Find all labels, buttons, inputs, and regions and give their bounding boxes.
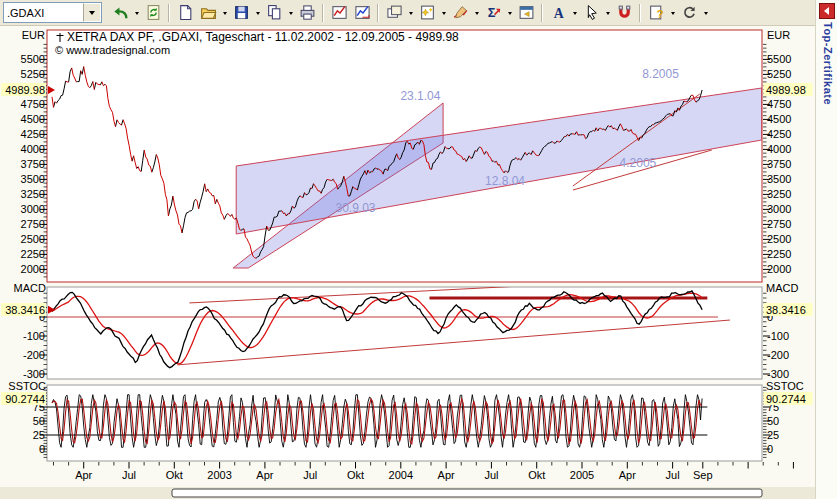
y-tick-label: -300 (23, 368, 45, 380)
svg-text:?: ? (656, 7, 663, 20)
copy-pages-icon (266, 4, 283, 21)
panel-label-macd-right: MACD (766, 282, 798, 294)
x-tick-label: Jul (303, 469, 317, 481)
new-indicator-button[interactable] (416, 2, 438, 23)
copy-button[interactable] (263, 2, 285, 23)
text-tool-button[interactable]: A (547, 2, 569, 23)
y-tick-label: -100 (767, 330, 789, 342)
indicator-dropdown-arrow-icon[interactable] (439, 2, 448, 23)
note-question-icon: ? (648, 4, 665, 21)
h-scrollbar-thumb[interactable] (172, 489, 762, 497)
text-dropdown-arrow-icon[interactable] (570, 2, 579, 23)
y-tick-label: 50 (767, 415, 779, 427)
rotate-refresh-icon (681, 4, 698, 21)
x-tick-label: Apr (619, 469, 636, 481)
new-chart-button[interactable] (174, 2, 196, 23)
unit-label-eur-right: EUR (767, 29, 790, 41)
x-tick-label: Sep (693, 469, 713, 481)
chart-tool-blue-button[interactable] (351, 2, 373, 23)
combobox-dropdown-icon[interactable] (83, 3, 101, 22)
y-tick-label: 2000 (21, 263, 45, 275)
new-page-icon (177, 4, 194, 21)
refresh-button[interactable] (678, 2, 700, 23)
save-button[interactable] (230, 2, 252, 23)
y-tick-label: 3250 (21, 188, 45, 200)
properties-button[interactable] (515, 2, 537, 23)
y-tick-label: 4000 (767, 143, 791, 155)
copy-dropdown-arrow-icon[interactable] (286, 2, 295, 23)
toolbar-separator (168, 4, 170, 22)
panel-label-sstoc-left: SSTOC (8, 380, 46, 392)
watermark: © www.tradesignal.com (55, 44, 170, 56)
open-dropdown-arrow-icon[interactable] (220, 2, 229, 23)
magnet-icon (616, 4, 633, 21)
date-annotation: 8.2005 (642, 67, 679, 81)
toolbar-separator (377, 4, 379, 22)
panel-label-macd-left: MACD (14, 282, 46, 294)
y-tick-label: 4250 (767, 128, 791, 140)
pointer-tool-button[interactable] (580, 2, 602, 23)
sparkle-indicator-icon (419, 4, 436, 21)
main-toolbar: .GDAXI (0, 0, 815, 26)
draw-tools-button[interactable] (449, 2, 471, 23)
undo-button[interactable] (109, 2, 131, 23)
formula-button[interactable]: Σ (482, 2, 504, 23)
refresh-data-button[interactable] (142, 2, 164, 23)
draw-dropdown-arrow-icon[interactable] (472, 2, 481, 23)
date-annotation: 4.2005 (620, 156, 657, 170)
y-tick-label: 2250 (21, 248, 45, 260)
printer-icon (299, 4, 316, 21)
snap-magnet-button[interactable] (613, 2, 635, 23)
x-tick-label: 2004 (389, 469, 413, 481)
help-notes-button[interactable]: ? (645, 2, 667, 23)
y-tick-label: 3500 (767, 173, 791, 185)
chart-tool-red-button[interactable] (328, 2, 350, 23)
y-tick-label: 5500 (767, 53, 791, 65)
y-tick-label: 3000 (767, 203, 791, 215)
x-tick-label: Jul (484, 469, 498, 481)
triangle-left-icon (820, 7, 829, 15)
cursor-pointer-icon (583, 4, 600, 21)
collapse-panel-button[interactable] (819, 3, 835, 19)
undo-dropdown-arrow-icon[interactable] (132, 2, 141, 23)
toolbar-separator (541, 4, 543, 22)
notes-dropdown-arrow-icon[interactable] (668, 2, 677, 23)
save-dropdown-arrow-icon[interactable] (253, 2, 262, 23)
print-button[interactable] (296, 2, 318, 23)
text-a-icon: A (550, 4, 567, 21)
pen-draw-icon (452, 4, 469, 21)
workspace-layout-button[interactable] (383, 2, 405, 23)
y-tick-label: 2500 (767, 233, 791, 245)
y-tick-label: 5500 (21, 53, 45, 65)
x-tick-label: 2005 (570, 469, 594, 481)
open-button[interactable] (197, 2, 219, 23)
symbol-combobox[interactable]: .GDAXI (3, 2, 102, 23)
y-tick-label: 4750 (767, 98, 791, 110)
x-tick-label: Okt (347, 469, 364, 481)
pointer-dropdown-arrow-icon[interactable] (603, 2, 612, 23)
x-tick-label: Okt (166, 469, 183, 481)
sst-panel (47, 385, 762, 461)
layout-dropdown-arrow-icon[interactable] (406, 2, 415, 23)
y-tick-label: 2750 (21, 218, 45, 230)
y-tick-label: 3000 (21, 203, 45, 215)
y-tick-label: -100 (23, 330, 45, 342)
toolbar-separator (322, 4, 324, 22)
x-tick-label: Apr (438, 469, 455, 481)
side-tab-top-zertifikate[interactable]: Top-Zertifikate (820, 22, 834, 132)
red-chart-icon (331, 4, 348, 21)
chart-canvas[interactable]: 23.1.0430.9.0312.8.044.20058.20055500550… (0, 0, 837, 499)
y-tick-label: 2000 (767, 263, 791, 275)
price-current-label-right: 4989.98 (766, 84, 806, 96)
refresh-dropdown-arrow-icon[interactable] (701, 2, 710, 23)
y-tick-label: 50 (33, 415, 45, 427)
x-tick-label: Apr (256, 469, 273, 481)
y-tick-label: 2250 (767, 248, 791, 260)
y-tick-label: 4500 (21, 113, 45, 125)
stacked-pages-icon (386, 4, 403, 21)
date-annotation: 12.8.04 (485, 174, 525, 188)
y-tick-label: 25 (767, 429, 779, 441)
symbol-value: .GDAXI (4, 7, 83, 19)
formula-dropdown-arrow-icon[interactable] (505, 2, 514, 23)
svg-text:Σ: Σ (487, 5, 495, 20)
